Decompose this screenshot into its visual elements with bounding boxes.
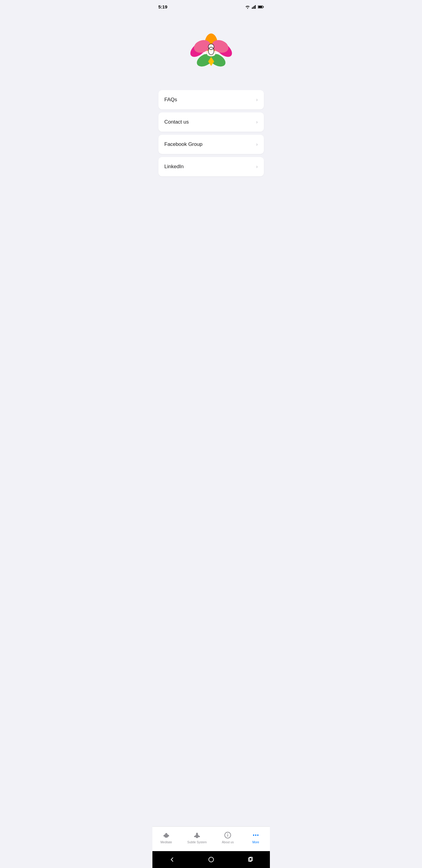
facebook-group-chevron-icon: › [256,142,258,147]
contact-us-button[interactable]: Contact us › [158,113,264,132]
faqs-label: FAQs [164,97,177,103]
status-icons [245,5,264,9]
linkedin-chevron-icon: › [256,164,258,169]
about-us-nav-label: About us [222,841,233,844]
meditate-icon [162,831,170,839]
nav-about-us[interactable]: About us [217,830,238,845]
more-nav-label: More [252,841,259,844]
nav-meditate[interactable]: Meditate [156,830,177,845]
app-logo [187,24,235,72]
menu-list: FAQs › Contact us › Facebook Group › Lin… [158,90,264,176]
about-us-icon [224,831,232,839]
faqs-button[interactable]: FAQs › [158,90,264,110]
recents-button[interactable] [246,855,255,864]
battery-icon [258,5,264,9]
svg-point-33 [253,835,254,836]
signal-icon [252,5,256,9]
contact-us-label: Contact us [164,119,189,125]
more-icon [252,831,260,839]
home-button[interactable] [207,855,215,864]
nav-subtle-system[interactable]: Subtle System [184,830,210,845]
linkedin-label: LinkedIn [164,164,184,170]
subtle-system-icon [193,831,201,839]
main-content: FAQs › Contact us › Facebook Group › Lin… [153,12,270,827]
svg-rect-3 [255,5,256,9]
facebook-group-label: Facebook Group [164,141,203,147]
facebook-group-button[interactable]: Facebook Group › [158,135,264,154]
status-bar: 5:19 [153,0,270,12]
svg-point-34 [255,835,256,836]
status-time: 5:19 [158,4,167,9]
android-nav-bar [153,851,270,868]
bottom-nav: Meditate Subtle System About us [153,827,270,851]
linkedin-button[interactable]: LinkedIn › [158,157,264,176]
wifi-icon [245,5,250,9]
meditate-nav-label: Meditate [161,841,172,844]
logo-container [187,24,235,72]
svg-point-35 [257,835,258,836]
svg-rect-1 [253,7,254,9]
contact-us-chevron-icon: › [256,119,258,125]
svg-point-32 [227,833,228,834]
svg-rect-31 [227,835,228,837]
svg-rect-2 [254,6,255,9]
svg-rect-5 [258,6,262,8]
faqs-chevron-icon: › [256,97,258,102]
svg-rect-0 [252,7,253,9]
back-button[interactable] [168,855,176,864]
svg-point-36 [209,857,214,862]
svg-point-25 [165,833,167,835]
nav-more[interactable]: More [245,830,266,845]
subtle-system-nav-label: Subtle System [187,841,207,844]
